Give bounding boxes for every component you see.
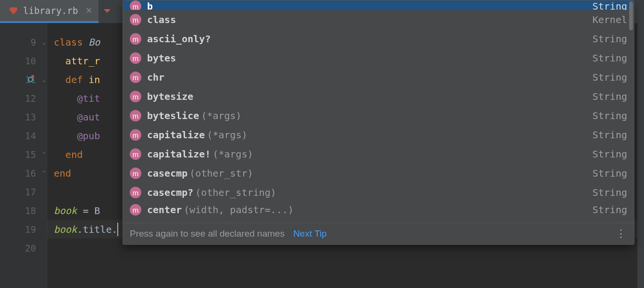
completion-more-icon[interactable]: ⋮ — [616, 228, 627, 240]
completion-name: center — [147, 204, 182, 216]
completion-scrollbar[interactable] — [629, 1, 633, 30]
line-number: 20 — [0, 239, 47, 257]
fold-close-icon[interactable]: ⌃ — [38, 169, 47, 177]
svg-rect-1 — [104, 10, 110, 11]
line-number: 13 — [0, 108, 47, 126]
method-icon: m — [130, 168, 141, 179]
completion-item[interactable]: mcasecmp?(other_string)String — [123, 183, 634, 202]
line-number: 12 — [0, 89, 47, 108]
completion-args: (*args) — [207, 129, 247, 141]
tab-overflow-button[interactable] — [99, 0, 116, 23]
completion-args: (other_str) — [189, 168, 253, 179]
method-icon: m — [130, 0, 141, 10]
completion-name: ascii_only? — [147, 33, 211, 45]
close-tab-icon[interactable]: × — [83, 4, 92, 17]
method-icon: m — [130, 33, 141, 45]
completion-type: String — [593, 129, 627, 141]
completion-item[interactable]: mbytesString — [123, 48, 634, 68]
next-tip-link[interactable]: Next Tip — [293, 228, 327, 239]
completion-item[interactable]: mbytesizeString — [123, 87, 634, 106]
completion-type: String — [593, 72, 627, 83]
completion-type: Kernel — [593, 14, 627, 25]
completion-name: casecmp? — [147, 187, 193, 198]
completion-name: bytesize — [147, 91, 193, 102]
completion-item[interactable]: mcenter(width, padstr=...)String — [123, 202, 634, 216]
svg-marker-0 — [10, 7, 18, 14]
completion-type: String — [593, 110, 627, 121]
ruby-file-icon — [9, 6, 18, 15]
method-icon: m — [130, 52, 141, 64]
completion-type: String — [593, 91, 627, 102]
tab-filename: library.rb — [23, 5, 78, 16]
completion-type: String — [593, 168, 627, 179]
completion-args: (*args) — [201, 110, 241, 121]
completion-args: (width, padstr=...) — [184, 204, 294, 216]
completion-item[interactable]: mcapitalize(*args)String — [123, 125, 634, 144]
completion-popup: mbStringmclassKernelmascii_only?Stringmb… — [123, 0, 634, 245]
completion-name: bytes — [147, 52, 176, 64]
method-icon: m — [130, 110, 141, 121]
completion-footer: Press again to see all declared names Ne… — [123, 223, 634, 244]
method-icon: m — [130, 14, 141, 25]
completion-hint: Press again to see all declared names — [130, 228, 285, 239]
line-number: 14 — [0, 126, 47, 145]
method-icon: m — [130, 148, 141, 160]
completion-name: capitalize — [147, 129, 205, 141]
line-number: 10 — [0, 51, 47, 70]
svg-point-2 — [28, 77, 33, 82]
completion-name: capitalize! — [147, 148, 211, 160]
method-icon: m — [130, 204, 141, 216]
completion-name: b — [147, 0, 153, 10]
method-icon: m — [130, 91, 141, 102]
fold-open-icon[interactable]: ⌄ — [38, 38, 47, 46]
completion-type: String — [593, 33, 627, 45]
line-number: 19 — [0, 220, 47, 239]
method-icon: m — [130, 72, 141, 83]
completion-args: (other_string) — [195, 187, 276, 198]
completion-name: byteslice — [147, 110, 199, 121]
fold-close-icon[interactable]: ⌃ — [38, 151, 47, 158]
completion-item[interactable]: mcasecmp(other_str)String — [123, 164, 634, 183]
override-marker-icon[interactable] — [27, 74, 36, 85]
completion-type: String — [593, 148, 627, 160]
completion-item[interactable]: mbyteslice(*args)String — [123, 106, 634, 125]
completion-args: (*args) — [212, 148, 253, 160]
completion-name: casecmp — [147, 168, 187, 179]
completion-name: chr — [147, 72, 164, 83]
completion-item[interactable]: mcapitalize!(*args)String — [123, 144, 634, 164]
line-number: 17 — [0, 182, 47, 201]
completion-type: String — [593, 204, 627, 216]
completion-item[interactable]: mclassKernel — [123, 10, 634, 29]
completion-item[interactable]: mascii_only?String — [123, 29, 634, 48]
completion-type: String — [593, 187, 627, 198]
editor-scrollbar[interactable] — [637, 23, 644, 288]
completion-list[interactable]: mbStringmclassKernelmascii_only?Stringmb… — [123, 0, 634, 223]
completion-item[interactable]: mchrString — [123, 68, 634, 87]
text-caret — [117, 223, 118, 236]
completion-type: String — [593, 0, 627, 10]
line-number: 18 — [0, 201, 47, 220]
method-icon: m — [130, 129, 141, 141]
completion-item[interactable]: mbString — [123, 0, 634, 10]
completion-name: class — [147, 14, 176, 25]
completion-type: String — [593, 52, 627, 64]
fold-open-icon[interactable]: ⌄ — [38, 76, 47, 84]
method-icon: m — [130, 187, 141, 198]
file-tab[interactable]: library.rb × — [0, 0, 99, 23]
